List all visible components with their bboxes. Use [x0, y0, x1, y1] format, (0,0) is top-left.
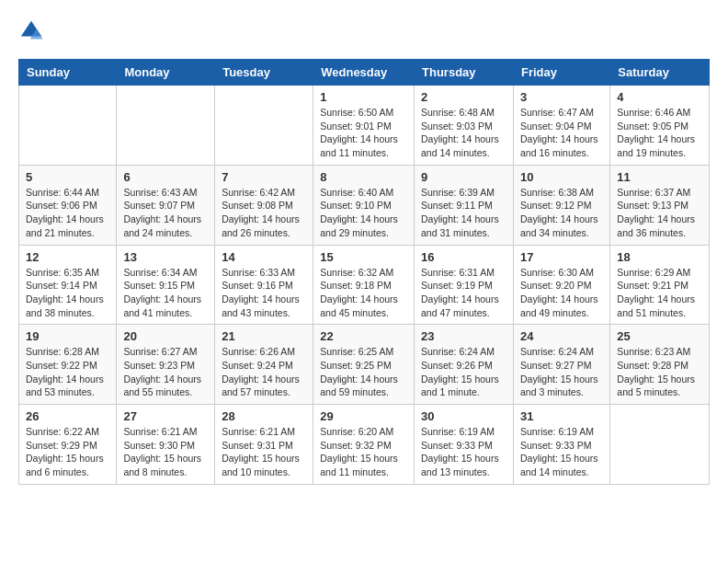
- day-info-line: Sunrise: 6:31 AM: [421, 267, 495, 278]
- day-info-line: Sunrise: 6:47 AM: [520, 107, 594, 118]
- day-info-line: Sunset: 9:25 PM: [320, 360, 392, 371]
- day-info-line: Sunset: 9:28 PM: [617, 360, 688, 371]
- day-info-line: Sunset: 9:03 PM: [421, 121, 493, 132]
- day-number: 24: [520, 329, 603, 343]
- day-info-line: Sunrise: 6:27 AM: [123, 346, 197, 357]
- day-info-line: Sunrise: 6:43 AM: [123, 187, 197, 198]
- day-info-line: Daylight: 15 hours: [520, 373, 598, 385]
- weekday-header-thursday: Thursday: [415, 60, 514, 86]
- day-number: 21: [222, 329, 306, 343]
- week-row-3: 12Sunrise: 6:35 AMSunset: 9:14 PMDayligh…: [19, 245, 710, 325]
- day-number: 23: [421, 329, 506, 343]
- day-info-line: Daylight: 14 hours: [123, 293, 201, 304]
- day-number: 19: [26, 329, 109, 343]
- day-info-line: Sunset: 9:16 PM: [222, 280, 293, 291]
- week-row-2: 5Sunrise: 6:44 AMSunset: 9:06 PMDaylight…: [19, 165, 710, 245]
- day-info-line: and 11 minutes.: [320, 147, 389, 158]
- day-info-line: Sunset: 9:29 PM: [26, 440, 97, 451]
- weekday-header-friday: Friday: [513, 60, 609, 86]
- day-cell: 9Sunrise: 6:39 AMSunset: 9:11 PMDaylight…: [415, 165, 514, 245]
- day-info-line: and 51 minutes.: [617, 307, 686, 318]
- day-cell: 20Sunrise: 6:27 AMSunset: 9:23 PMDayligh…: [117, 325, 215, 405]
- day-cell: 17Sunrise: 6:30 AMSunset: 9:20 PMDayligh…: [513, 245, 609, 325]
- day-info-line: Sunset: 9:20 PM: [520, 280, 592, 291]
- day-info-line: Sunset: 9:30 PM: [123, 440, 195, 451]
- day-info-line: Sunset: 9:01 PM: [320, 121, 392, 132]
- day-info-line: Sunset: 9:19 PM: [421, 280, 493, 291]
- day-info-line: Sunset: 9:21 PM: [617, 280, 688, 291]
- day-cell: 31Sunrise: 6:19 AMSunset: 9:33 PMDayligh…: [513, 405, 609, 485]
- day-info-line: Sunrise: 6:23 AM: [617, 346, 690, 357]
- day-cell: 14Sunrise: 6:33 AMSunset: 9:16 PMDayligh…: [215, 245, 313, 325]
- day-info-line: Sunset: 9:11 PM: [421, 200, 493, 211]
- day-info-line: Daylight: 14 hours: [421, 213, 499, 224]
- day-number: 5: [26, 170, 109, 184]
- day-cell: 22Sunrise: 6:25 AMSunset: 9:25 PMDayligh…: [313, 325, 415, 405]
- logo-icon: [18, 18, 44, 44]
- day-number: 10: [520, 170, 603, 184]
- day-info-line: Sunrise: 6:32 AM: [320, 267, 393, 278]
- day-info-line: and 43 minutes.: [222, 307, 290, 318]
- day-number: 29: [320, 409, 407, 423]
- day-cell: [117, 86, 215, 166]
- day-info-line: Sunset: 9:12 PM: [520, 200, 592, 211]
- day-info-line: and 55 minutes.: [123, 386, 192, 397]
- day-number: 15: [320, 250, 407, 264]
- day-info-line: and 49 minutes.: [520, 307, 589, 318]
- day-info-line: Sunset: 9:14 PM: [26, 280, 97, 291]
- day-info-line: Sunrise: 6:48 AM: [421, 107, 495, 118]
- day-info-line: Sunset: 9:06 PM: [26, 200, 97, 211]
- day-info-line: Sunset: 9:31 PM: [222, 440, 293, 451]
- day-info-line: and 26 minutes.: [222, 227, 290, 238]
- day-info-line: Daylight: 14 hours: [320, 373, 398, 385]
- day-cell: 21Sunrise: 6:26 AMSunset: 9:24 PMDayligh…: [215, 325, 313, 405]
- day-info-line: Sunrise: 6:35 AM: [26, 267, 99, 278]
- day-info-line: Sunrise: 6:50 AM: [320, 107, 393, 118]
- day-info-line: Sunset: 9:23 PM: [123, 360, 195, 371]
- day-number: 8: [320, 170, 407, 184]
- day-cell: 26Sunrise: 6:22 AMSunset: 9:29 PMDayligh…: [19, 405, 117, 485]
- day-info-line: Sunrise: 6:19 AM: [421, 426, 495, 437]
- day-info-line: Sunrise: 6:39 AM: [421, 187, 495, 198]
- day-info-line: Sunset: 9:24 PM: [222, 360, 293, 371]
- day-info-line: Daylight: 14 hours: [123, 213, 201, 224]
- day-info-line: Daylight: 14 hours: [222, 373, 300, 385]
- day-info-line: Sunset: 9:33 PM: [520, 440, 592, 451]
- day-number: 4: [617, 90, 702, 104]
- day-info-line: Daylight: 14 hours: [320, 213, 398, 224]
- day-info-line: Daylight: 14 hours: [26, 213, 104, 224]
- day-cell: 1Sunrise: 6:50 AMSunset: 9:01 PMDaylight…: [313, 86, 415, 166]
- day-info-line: Sunset: 9:33 PM: [421, 440, 493, 451]
- day-cell: 7Sunrise: 6:42 AMSunset: 9:08 PMDaylight…: [215, 165, 313, 245]
- day-info-line: Daylight: 15 hours: [617, 373, 695, 385]
- day-info-line: Sunset: 9:18 PM: [320, 280, 392, 291]
- day-info-line: Daylight: 14 hours: [421, 293, 499, 304]
- day-cell: 15Sunrise: 6:32 AMSunset: 9:18 PMDayligh…: [313, 245, 415, 325]
- day-info-line: Sunrise: 6:40 AM: [320, 187, 393, 198]
- day-number: 12: [26, 250, 109, 264]
- day-info-line: and 8 minutes.: [123, 466, 187, 477]
- weekday-header-wednesday: Wednesday: [313, 60, 415, 86]
- day-info-line: Sunset: 9:13 PM: [617, 200, 688, 211]
- day-info-line: Daylight: 14 hours: [222, 293, 300, 304]
- day-info-line: Sunrise: 6:29 AM: [617, 267, 690, 278]
- day-info-line: Daylight: 14 hours: [617, 213, 695, 224]
- day-cell: 13Sunrise: 6:34 AMSunset: 9:15 PMDayligh…: [117, 245, 215, 325]
- day-info-line: Daylight: 14 hours: [320, 293, 398, 304]
- day-info-line: Sunrise: 6:44 AM: [26, 187, 99, 198]
- day-cell: 5Sunrise: 6:44 AMSunset: 9:06 PMDaylight…: [19, 165, 117, 245]
- day-info-line: Sunrise: 6:26 AM: [222, 346, 295, 357]
- day-number: 2: [421, 90, 506, 104]
- day-cell: 8Sunrise: 6:40 AMSunset: 9:10 PMDaylight…: [313, 165, 415, 245]
- day-number: 6: [123, 170, 208, 184]
- week-row-1: 1Sunrise: 6:50 AMSunset: 9:01 PMDaylight…: [19, 86, 710, 166]
- weekday-header-sunday: Sunday: [19, 60, 117, 86]
- day-info-line: and 6 minutes.: [26, 466, 89, 477]
- day-number: 26: [26, 409, 109, 423]
- day-cell: 10Sunrise: 6:38 AMSunset: 9:12 PMDayligh…: [513, 165, 609, 245]
- day-info-line: Sunset: 9:27 PM: [520, 360, 592, 371]
- day-info-line: Sunrise: 6:42 AM: [222, 187, 295, 198]
- day-info-line: Daylight: 14 hours: [123, 373, 201, 385]
- day-info-line: and 29 minutes.: [320, 227, 389, 238]
- day-info-line: Daylight: 15 hours: [421, 373, 499, 385]
